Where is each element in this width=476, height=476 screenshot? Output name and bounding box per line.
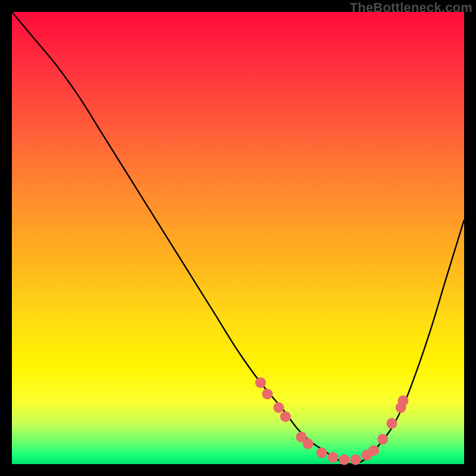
bottleneck-curve-path <box>12 12 464 464</box>
curve-marker-dot <box>317 447 327 458</box>
curve-marker-dot <box>262 389 273 399</box>
curve-marker-dot <box>303 439 314 449</box>
curve-marker-dot <box>377 434 388 444</box>
curve-marker-dot <box>273 402 284 413</box>
watermark-text: TheBottleneck.com <box>350 0 472 15</box>
curve-marker-dot <box>339 454 350 465</box>
chart-frame <box>12 12 464 464</box>
curve-marker-dot <box>397 396 408 406</box>
curve-marker-dot <box>280 411 291 422</box>
curve-marker-dot <box>386 418 397 429</box>
curve-marker-dot <box>350 454 361 465</box>
bottleneck-curve-svg <box>12 12 464 464</box>
curve-markers <box>255 377 408 465</box>
curve-marker-dot <box>328 452 339 463</box>
curve-marker-dot <box>255 377 266 388</box>
curve-marker-dot <box>368 445 379 456</box>
